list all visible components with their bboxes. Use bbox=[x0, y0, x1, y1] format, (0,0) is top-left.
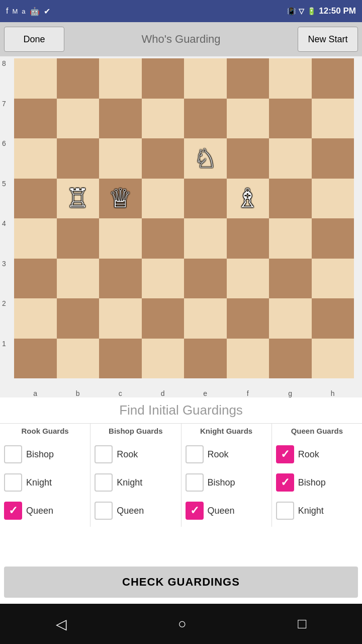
check-item-0-0[interactable]: Bishop bbox=[0, 440, 90, 468]
checkbox-1-1[interactable] bbox=[95, 473, 113, 492]
check-item-3-2[interactable]: Knight bbox=[272, 497, 362, 525]
check-item-2-0[interactable]: Rook bbox=[182, 440, 272, 468]
cell-d4[interactable] bbox=[142, 218, 185, 259]
new-start-button[interactable]: New Start bbox=[298, 27, 358, 52]
cell-h8[interactable] bbox=[312, 58, 354, 99]
done-button[interactable]: Done bbox=[4, 27, 64, 52]
cell-f6[interactable] bbox=[227, 138, 269, 179]
cell-g7[interactable] bbox=[269, 99, 312, 139]
checkbox-2-0[interactable] bbox=[186, 445, 204, 463]
col-header-2: Knight Guards bbox=[182, 424, 272, 438]
cell-a3[interactable] bbox=[14, 259, 57, 299]
cell-g8[interactable] bbox=[269, 58, 312, 99]
checkbox-3-0[interactable] bbox=[276, 445, 294, 463]
cell-a8[interactable] bbox=[14, 58, 57, 99]
check-item-3-0[interactable]: Rook bbox=[272, 440, 362, 468]
chess-board[interactable]: ♘♖♕♗ bbox=[14, 58, 354, 378]
cell-g2[interactable] bbox=[269, 298, 312, 339]
check-item-2-2[interactable]: Queen bbox=[182, 497, 272, 525]
cell-a2[interactable] bbox=[14, 298, 57, 339]
back-icon[interactable]: ◁ bbox=[56, 616, 67, 632]
status-bar: f M a 🤖 ✔ 📳 ▽ 🔋 12:50 PM bbox=[0, 0, 362, 22]
cell-c7[interactable] bbox=[99, 99, 142, 139]
cell-h5[interactable] bbox=[312, 179, 354, 219]
cell-c5[interactable]: ♕ bbox=[99, 179, 142, 219]
cell-g5[interactable] bbox=[269, 179, 312, 219]
cell-b4[interactable] bbox=[57, 218, 100, 259]
cell-e4[interactable] bbox=[184, 218, 227, 259]
cell-a5[interactable] bbox=[14, 179, 57, 219]
cell-g6[interactable] bbox=[269, 138, 312, 179]
cell-f5[interactable]: ♗ bbox=[227, 179, 269, 219]
cell-g4[interactable] bbox=[269, 218, 312, 259]
recents-icon[interactable]: □ bbox=[298, 616, 306, 632]
cell-c2[interactable] bbox=[99, 298, 142, 339]
cell-h2[interactable] bbox=[312, 298, 354, 339]
cell-c8[interactable] bbox=[99, 58, 142, 99]
cell-a1[interactable] bbox=[14, 339, 57, 379]
check-item-1-0[interactable]: Rook bbox=[90, 440, 180, 468]
check-label-0-0: Bishop bbox=[26, 449, 54, 460]
cell-a4[interactable] bbox=[14, 218, 57, 259]
cell-d8[interactable] bbox=[142, 58, 185, 99]
cell-d3[interactable] bbox=[142, 259, 185, 299]
check-guardings-button[interactable]: CHECK GUARDINGS bbox=[4, 567, 358, 598]
cell-h3[interactable] bbox=[312, 259, 354, 299]
cell-d1[interactable] bbox=[142, 339, 185, 379]
cell-f8[interactable] bbox=[227, 58, 269, 99]
checkbox-1-0[interactable] bbox=[95, 445, 113, 463]
cell-g3[interactable] bbox=[269, 259, 312, 299]
checkbox-0-2[interactable] bbox=[4, 502, 22, 520]
checkbox-1-2[interactable] bbox=[95, 502, 113, 520]
checkboxes-area: BishopKnightQueenRookKnightQueenRookBish… bbox=[0, 438, 362, 527]
find-section: Find Initial Guardings Rook GuardsBishop… bbox=[0, 397, 362, 560]
cell-c6[interactable] bbox=[99, 138, 142, 179]
cell-h1[interactable] bbox=[312, 339, 354, 379]
cell-h7[interactable] bbox=[312, 99, 354, 139]
check-item-1-2[interactable]: Queen bbox=[90, 497, 180, 525]
cell-b2[interactable] bbox=[57, 298, 100, 339]
cell-b6[interactable] bbox=[57, 138, 100, 179]
cell-d6[interactable] bbox=[142, 138, 185, 179]
cell-f4[interactable] bbox=[227, 218, 269, 259]
cell-b7[interactable] bbox=[57, 99, 100, 139]
checkbox-2-2[interactable] bbox=[186, 502, 204, 520]
cell-b1[interactable] bbox=[57, 339, 100, 379]
cell-d7[interactable] bbox=[142, 99, 185, 139]
checkbox-3-1[interactable] bbox=[276, 473, 294, 492]
cell-e6[interactable]: ♘ bbox=[184, 138, 227, 179]
cell-c3[interactable] bbox=[99, 259, 142, 299]
cell-a7[interactable] bbox=[14, 99, 57, 139]
cell-b5[interactable]: ♖ bbox=[57, 179, 100, 219]
checkbox-2-1[interactable] bbox=[186, 473, 204, 492]
cell-h6[interactable] bbox=[312, 138, 354, 179]
cell-g1[interactable] bbox=[269, 339, 312, 379]
cell-e7[interactable] bbox=[184, 99, 227, 139]
cell-c4[interactable] bbox=[99, 218, 142, 259]
cell-e5[interactable] bbox=[184, 179, 227, 219]
check-item-3-1[interactable]: Bishop bbox=[272, 468, 362, 497]
home-icon[interactable]: ○ bbox=[178, 616, 187, 632]
cell-e1[interactable] bbox=[184, 339, 227, 379]
cell-e3[interactable] bbox=[184, 259, 227, 299]
check-item-0-1[interactable]: Knight bbox=[0, 468, 90, 497]
cell-d2[interactable] bbox=[142, 298, 185, 339]
cell-f3[interactable] bbox=[227, 259, 269, 299]
cell-e8[interactable] bbox=[184, 58, 227, 99]
cell-h4[interactable] bbox=[312, 218, 354, 259]
check-item-2-1[interactable]: Bishop bbox=[182, 468, 272, 497]
cell-b3[interactable] bbox=[57, 259, 100, 299]
cell-e2[interactable] bbox=[184, 298, 227, 339]
checkbox-0-0[interactable] bbox=[4, 445, 22, 463]
cell-f1[interactable] bbox=[227, 339, 269, 379]
cell-d5[interactable] bbox=[142, 179, 185, 219]
cell-f2[interactable] bbox=[227, 298, 269, 339]
cell-b8[interactable] bbox=[57, 58, 100, 99]
check-item-0-2[interactable]: Queen bbox=[0, 497, 90, 525]
cell-f7[interactable] bbox=[227, 99, 269, 139]
cell-c1[interactable] bbox=[99, 339, 142, 379]
checkbox-3-2[interactable] bbox=[276, 502, 294, 520]
checkbox-0-1[interactable] bbox=[4, 473, 22, 492]
cell-a6[interactable] bbox=[14, 138, 57, 179]
check-item-1-1[interactable]: Knight bbox=[90, 468, 180, 497]
